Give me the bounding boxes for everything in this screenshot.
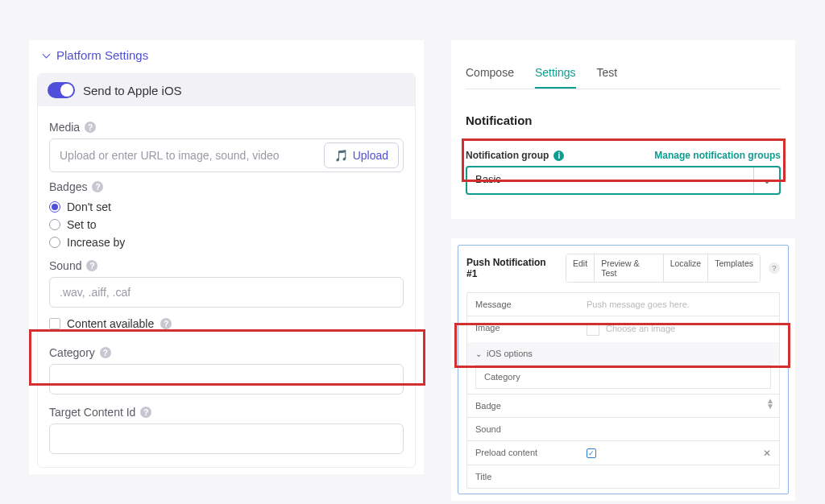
sound-input[interactable] xyxy=(49,277,404,308)
push-action-buttons: Edit Preview & Test Localize Templates xyxy=(566,254,761,283)
preload-content-row[interactable]: Preload content ✓ ✕ xyxy=(467,440,779,465)
tab-compose[interactable]: Compose xyxy=(466,63,514,89)
notification-group-value: Basic xyxy=(467,167,753,193)
badge-option-dont-set[interactable]: Don't set xyxy=(49,198,404,216)
push-notification-title: Push Notification #1 xyxy=(466,257,559,279)
category-row[interactable]: Category xyxy=(476,366,770,388)
upload-button-label: Upload xyxy=(353,149,388,162)
media-url-input[interactable] xyxy=(50,141,320,170)
platform-settings-panel: Platform Settings Send to Apple iOS Medi… xyxy=(29,40,424,474)
push-notification-card: Push Notification #1 Edit Preview & Test… xyxy=(458,245,789,494)
help-icon[interactable]: ? xyxy=(92,181,103,192)
radio-icon xyxy=(49,201,60,213)
help-icon[interactable]: ? xyxy=(160,318,172,329)
media-label: Media xyxy=(49,121,80,134)
badge-option-set-to[interactable]: Set to xyxy=(49,216,404,233)
help-icon[interactable]: ? xyxy=(86,260,97,271)
push-fields-table: Message Push message goes here. Image Ch… xyxy=(466,292,780,489)
image-thumb-icon xyxy=(587,323,599,336)
category-label: Category xyxy=(49,346,95,359)
media-icon: 🎵 xyxy=(334,149,348,162)
close-icon[interactable]: ✕ xyxy=(763,448,771,459)
target-content-id-label: Target Content Id xyxy=(49,406,135,419)
target-content-id-input[interactable] xyxy=(49,423,404,454)
radio-icon xyxy=(49,219,60,230)
chevron-down-icon: ⌄ xyxy=(753,167,779,193)
upload-button[interactable]: 🎵 Upload xyxy=(324,143,399,168)
badge-option-increase-by[interactable]: Increase by xyxy=(49,233,404,251)
image-row[interactable]: Image Choose an image xyxy=(467,316,779,342)
send-to-ios-toggle[interactable] xyxy=(48,82,75,98)
send-to-ios-section: Send to Apple iOS Media ? 🎵 Upload Badge… xyxy=(37,73,416,468)
category-input[interactable] xyxy=(49,364,404,395)
info-icon[interactable]: ? xyxy=(769,262,780,274)
notification-heading: Notification xyxy=(466,114,781,127)
checkbox-icon xyxy=(49,318,60,329)
localize-button[interactable]: Localize xyxy=(664,254,709,282)
platform-settings-header[interactable]: Platform Settings xyxy=(29,40,424,70)
push-notification-editor-panel: Push Notification #1 Edit Preview & Test… xyxy=(451,238,795,501)
tab-settings[interactable]: Settings xyxy=(535,63,576,89)
content-available-row[interactable]: Content available ? xyxy=(49,308,404,333)
message-row[interactable]: Message Push message goes here. xyxy=(467,293,779,316)
manage-groups-link[interactable]: Manage notification groups xyxy=(654,150,781,161)
sound-row[interactable]: Sound xyxy=(467,417,779,440)
preview-test-button[interactable]: Preview & Test xyxy=(595,254,664,282)
chevron-down-icon: ⌄ xyxy=(475,349,482,358)
checkbox-checked-icon[interactable]: ✓ xyxy=(587,448,596,458)
badges-label: Badges xyxy=(49,180,87,193)
help-icon[interactable]: ? xyxy=(85,122,96,133)
tab-test[interactable]: Test xyxy=(597,63,618,89)
notification-group-label: Notification group xyxy=(466,150,549,161)
send-to-ios-label: Send to Apple iOS xyxy=(83,84,182,97)
ios-options-header[interactable]: ⌄ iOS options xyxy=(467,342,779,365)
title-row[interactable]: Title xyxy=(467,465,779,488)
notification-settings-panel: Compose Settings Test Notification Notif… xyxy=(451,40,795,219)
help-icon[interactable]: ? xyxy=(140,407,151,418)
stepper-icon[interactable]: ▲▼ xyxy=(766,398,774,409)
templates-button[interactable]: Templates xyxy=(708,254,760,282)
chevron-down-icon xyxy=(42,52,50,60)
help-icon[interactable]: ? xyxy=(100,347,111,358)
badge-row[interactable]: Badge ▲▼ xyxy=(467,394,779,417)
media-input-group: 🎵 Upload xyxy=(49,138,404,172)
settings-tabs: Compose Settings Test xyxy=(466,63,781,89)
notification-group-select[interactable]: Basic ⌄ xyxy=(466,166,781,195)
radio-icon xyxy=(49,237,60,248)
edit-button[interactable]: Edit xyxy=(566,254,595,282)
sound-label: Sound xyxy=(49,259,81,272)
info-icon[interactable]: i xyxy=(553,151,564,161)
platform-settings-title: Platform Settings xyxy=(56,48,148,62)
